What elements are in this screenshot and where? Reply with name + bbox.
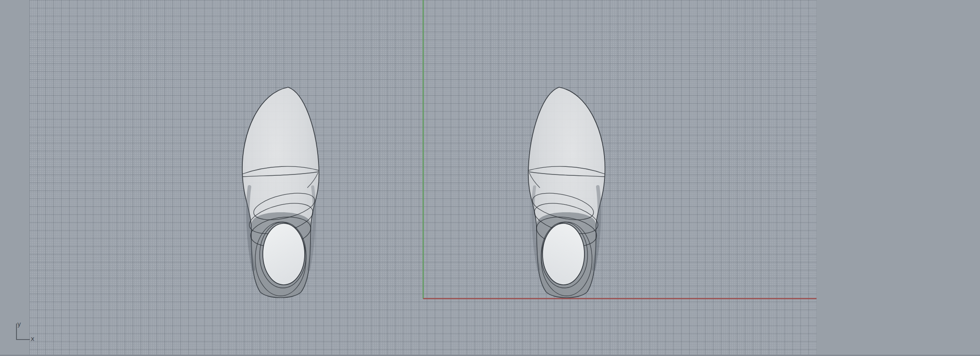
- shoe-model-right[interactable]: [528, 87, 605, 298]
- y-axis-label: y: [17, 320, 21, 328]
- x-axis-label: x: [31, 335, 34, 342]
- viewport-overlay: y x: [0, 0, 980, 356]
- viewport-canvas[interactable]: y x: [0, 0, 980, 356]
- shoe-model-left[interactable]: [242, 87, 319, 298]
- axis-orientation-gizmo: y x: [16, 320, 34, 342]
